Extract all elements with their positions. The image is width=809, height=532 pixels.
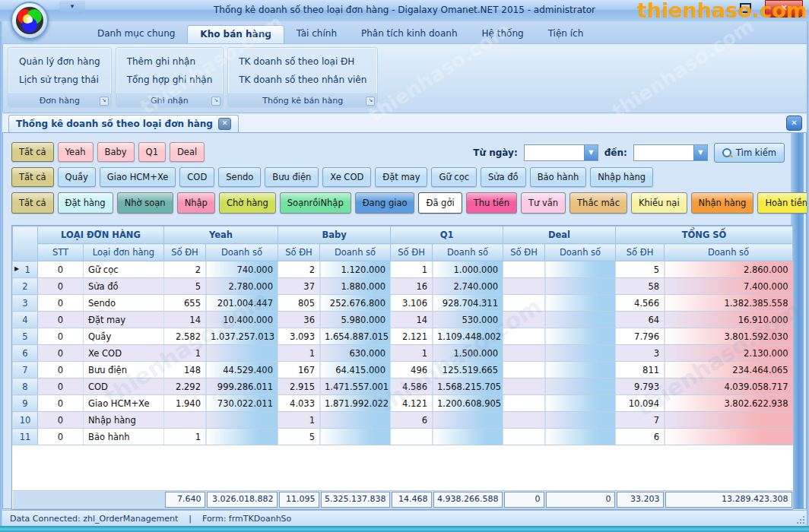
cell-order-count[interactable]: 14 bbox=[391, 312, 433, 328]
brand-filter-q1[interactable]: Q1 bbox=[138, 142, 166, 162]
ordertype-filter-sendo[interactable]: Sendo bbox=[218, 167, 261, 187]
cell-order-count[interactable]: 5 bbox=[616, 261, 665, 278]
cell-revenue[interactable]: 1.880.000 bbox=[320, 278, 391, 295]
cell-order-count[interactable]: 10.094 bbox=[616, 395, 665, 412]
cell-revenue[interactable] bbox=[545, 278, 616, 295]
cell-order-count[interactable]: 6 bbox=[616, 429, 665, 445]
cell-order-count[interactable]: 3.106 bbox=[391, 295, 433, 312]
cell-revenue[interactable] bbox=[665, 429, 793, 445]
row-indicator[interactable]: 6 bbox=[13, 345, 38, 362]
table-row[interactable]: 70Bưu điện14844.529.40016764.415.0004961… bbox=[13, 362, 793, 378]
cell-stt[interactable]: 0 bbox=[38, 429, 84, 445]
row-indicator[interactable]: 11 bbox=[13, 429, 38, 445]
menu-tab-danh-muc-chung[interactable]: Danh mục chung bbox=[85, 25, 187, 43]
cell-order-count[interactable]: 805 bbox=[278, 295, 320, 312]
cell-order-count[interactable]: 4.566 bbox=[616, 295, 665, 312]
ordertype-filter-buu-dien[interactable]: Bưu điện bbox=[265, 167, 319, 187]
cell-revenue[interactable]: 530.000 bbox=[433, 312, 503, 328]
cell-revenue[interactable]: 201.004.447 bbox=[206, 295, 278, 312]
status-filter-khieu-nai[interactable]: Khiếu nại bbox=[631, 192, 687, 214]
cell-revenue[interactable]: 1.871.992.022 bbox=[320, 395, 391, 412]
row-indicator[interactable]: 9 bbox=[13, 395, 38, 412]
cell-revenue[interactable]: 1.471.557.001 bbox=[320, 378, 391, 395]
cell-revenue[interactable] bbox=[545, 312, 616, 328]
row-indicator[interactable]: 10 bbox=[13, 412, 38, 429]
cell-stt[interactable]: 0 bbox=[38, 295, 84, 312]
cell-order-type[interactable]: Quầy bbox=[84, 328, 164, 345]
cell-order-count[interactable]: 4.033 bbox=[278, 395, 320, 412]
cell-revenue[interactable] bbox=[320, 429, 391, 445]
cell-order-count[interactable]: 7.796 bbox=[616, 328, 665, 345]
brand-filter-deal[interactable]: Deal bbox=[170, 142, 205, 162]
menu-tab-kho-ban-hang[interactable]: Kho bán hàng bbox=[187, 25, 284, 43]
ordertype-filter-tat-ca[interactable]: Tất cả bbox=[11, 167, 54, 187]
resize-grip[interactable] bbox=[796, 515, 805, 524]
cell-revenue[interactable] bbox=[206, 345, 278, 362]
cell-revenue[interactable]: 125.519.665 bbox=[433, 362, 503, 378]
cell-stt[interactable]: 0 bbox=[38, 278, 84, 295]
ordertype-filter-cod[interactable]: COD bbox=[179, 167, 214, 187]
status-filter-cho-hang[interactable]: Chờ hàng bbox=[219, 192, 276, 214]
ordertype-filter-sua-do[interactable]: Sửa đồ bbox=[481, 167, 526, 187]
ordertype-filter-bao-hanh[interactable]: Bảo hành bbox=[530, 167, 587, 187]
row-indicator[interactable]: 3 bbox=[13, 295, 38, 312]
table-row[interactable]: 60Xe COD11630.00011.500.00032.130.000 bbox=[13, 345, 793, 362]
status-filter-tu-van[interactable]: Tư vấn bbox=[521, 192, 566, 214]
ordertype-filter-giao-hcm-xe[interactable]: Giao HCM+Xe bbox=[100, 167, 176, 187]
dialog-launcher-icon[interactable]: ↘ bbox=[211, 97, 220, 106]
cell-revenue[interactable]: 7.400.000 bbox=[665, 278, 793, 295]
cell-revenue[interactable]: 16.910.000 bbox=[665, 312, 793, 328]
cell-order-count[interactable]: 1 bbox=[278, 412, 320, 429]
cell-order-count[interactable]: 167 bbox=[278, 362, 320, 378]
cell-revenue[interactable]: 1.568.215.705 bbox=[433, 378, 503, 395]
cell-order-count[interactable]: 1 bbox=[278, 345, 320, 362]
cell-order-count[interactable]: 1 bbox=[164, 345, 206, 362]
cell-order-type[interactable]: COD bbox=[84, 378, 164, 395]
status-filter-thu-tien[interactable]: Thu tiền bbox=[466, 192, 517, 214]
cell-revenue[interactable] bbox=[545, 362, 616, 378]
cell-order-count[interactable]: 9.793 bbox=[616, 378, 665, 395]
cell-order-count[interactable]: 1 bbox=[164, 429, 206, 445]
cell-order-type[interactable]: Sendo bbox=[84, 295, 164, 312]
ordertype-filter-nhap-hang[interactable]: Nhập hàng bbox=[590, 167, 653, 187]
brand-filter-baby[interactable]: Baby bbox=[97, 142, 135, 162]
cell-order-count[interactable]: 655 bbox=[164, 295, 206, 312]
cell-revenue[interactable] bbox=[545, 378, 616, 395]
row-indicator[interactable]: 2 bbox=[13, 278, 38, 295]
cell-revenue[interactable]: 4.039.058.717 bbox=[665, 378, 793, 395]
cell-order-count[interactable]: 14 bbox=[164, 312, 206, 328]
cell-stt[interactable]: 0 bbox=[38, 328, 84, 345]
ribbon-button-quan-ly-don-hang[interactable]: Quản lý đơn hàng bbox=[16, 55, 103, 68]
cell-revenue[interactable] bbox=[320, 412, 391, 429]
menu-tab-tien-ich[interactable]: Tiện ích bbox=[536, 25, 596, 43]
brand-filter-tat-ca[interactable]: Tất cả bbox=[11, 142, 54, 162]
table-row[interactable]: 20Sửa đồ52.780.000371.880.000162.740.000… bbox=[13, 278, 793, 295]
cell-order-type[interactable]: Sửa đồ bbox=[84, 278, 164, 295]
cell-order-count[interactable] bbox=[503, 278, 545, 295]
status-filter-tat-ca[interactable]: Tất cả bbox=[11, 192, 54, 214]
cell-revenue[interactable] bbox=[545, 295, 616, 312]
cell-order-count[interactable] bbox=[503, 362, 545, 378]
cell-order-type[interactable]: Giao HCM+Xe bbox=[84, 395, 164, 412]
cell-order-count[interactable]: 3.093 bbox=[278, 328, 320, 345]
cell-revenue[interactable]: 928.704.311 bbox=[433, 295, 503, 312]
cell-revenue[interactable]: 10.400.000 bbox=[206, 312, 278, 328]
cell-order-count[interactable] bbox=[503, 429, 545, 445]
menu-tab-he-thong[interactable]: Hệ thống bbox=[470, 25, 536, 43]
cell-stt[interactable]: 0 bbox=[38, 345, 84, 362]
quick-access-dropdown-icon[interactable]: ▾ bbox=[59, 1, 85, 14]
cell-revenue[interactable] bbox=[665, 412, 793, 429]
tab-close-icon[interactable]: ✕ bbox=[218, 118, 231, 130]
row-indicator[interactable]: 5 bbox=[13, 328, 38, 345]
status-filter-soanroinhap[interactable]: SoạnrồiNhập bbox=[280, 192, 351, 214]
cell-order-count[interactable] bbox=[503, 378, 545, 395]
table-row[interactable]: 90Giao HCM+Xe1.940730.022.0114.0331.871.… bbox=[13, 395, 793, 412]
brand-filter-yeah[interactable]: Yeah bbox=[58, 142, 94, 162]
cell-order-count[interactable]: 811 bbox=[616, 362, 665, 378]
cell-order-count[interactable]: 2 bbox=[164, 261, 206, 278]
cell-order-count[interactable]: 1.940 bbox=[164, 395, 206, 412]
cell-order-count[interactable]: 5 bbox=[278, 429, 320, 445]
cell-revenue[interactable] bbox=[206, 412, 278, 429]
cell-revenue[interactable]: 2.740.000 bbox=[433, 278, 503, 295]
status-filter-nhan-hang[interactable]: Nhận hàng bbox=[691, 192, 754, 214]
